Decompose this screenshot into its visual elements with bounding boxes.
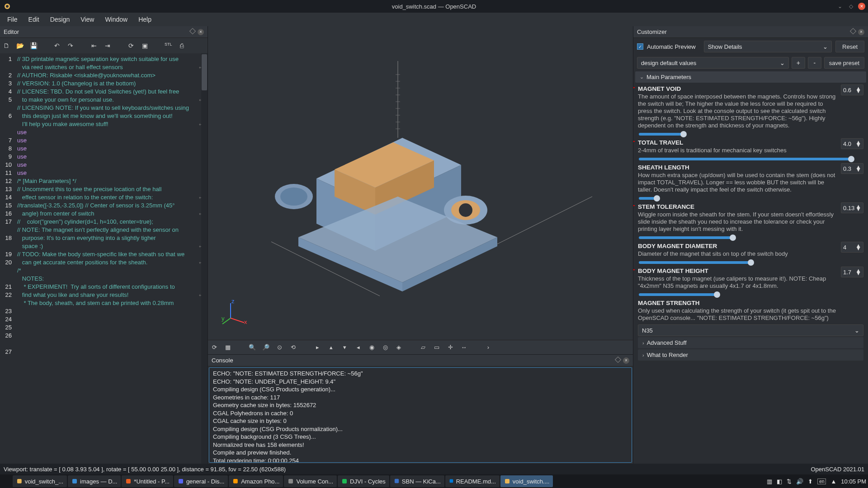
param-slider[interactable]: [639, 261, 863, 264]
taskbar-item[interactable]: void_switch....: [500, 475, 553, 487]
axes-icon[interactable]: ✛: [447, 344, 454, 351]
param-slider[interactable]: [639, 293, 863, 296]
taskbar-item[interactable]: DJVI - Cycles: [338, 475, 389, 487]
expand-tray-icon[interactable]: ▲: [830, 478, 836, 485]
new-icon[interactable]: 🗋: [3, 42, 10, 49]
render-icon[interactable]: ▦: [224, 344, 231, 351]
zoom-reset-icon[interactable]: ⊙: [276, 344, 283, 351]
param-slider[interactable]: [639, 197, 863, 200]
minimize-icon[interactable]: ⌄: [836, 3, 844, 10]
section-main-parameters[interactable]: ⌄ Main Parameters: [635, 71, 866, 83]
param-slider[interactable]: [639, 158, 863, 160]
maximize-icon[interactable]: ◇: [847, 3, 854, 10]
save-preset-button[interactable]: save preset: [824, 57, 864, 69]
menu-help[interactable]: Help: [134, 14, 156, 25]
viewport-toolbar: ⟳▦🔍🔎⊙⟲▸▴▾◂◉◎◈▱▭✛↔›: [208, 340, 633, 354]
taskbar-item[interactable]: images — D...: [68, 475, 121, 487]
taskbar-item[interactable]: README.md...: [445, 475, 500, 487]
keyboard-layout[interactable]: en: [817, 479, 826, 484]
zoom-out-icon[interactable]: 🔎: [262, 344, 269, 351]
param-spinner[interactable]: 0.3▲▼: [841, 163, 863, 174]
open-icon[interactable]: 📂: [16, 42, 24, 49]
taskbar-item[interactable]: Amazon Pho...: [229, 475, 283, 487]
param-spinner[interactable]: 4.0▲▼: [841, 138, 863, 149]
left-icon[interactable]: ◂: [354, 344, 362, 351]
save-icon[interactable]: 💾: [30, 42, 37, 49]
redo-icon[interactable]: ↷: [67, 42, 74, 49]
close-panel-icon[interactable]: ×: [198, 29, 204, 35]
scale-icon[interactable]: ↔: [460, 344, 467, 351]
section-what-to-render[interactable]: ›What to Render: [638, 349, 863, 361]
preset-select[interactable]: design default values⌄: [637, 57, 789, 69]
remove-preset-button[interactable]: -: [808, 57, 821, 69]
menu-window[interactable]: Window: [100, 14, 132, 25]
network-icon[interactable]: ⇅: [787, 478, 792, 485]
svg-line-30: [231, 318, 244, 323]
auto-preview-checkbox[interactable]: ✓: [637, 43, 643, 50]
param-spinner[interactable]: 0.6▲▼: [841, 84, 863, 95]
tray-icon[interactable]: ◧: [777, 478, 782, 485]
code-area[interactable]: // 3D printable magnetic separation key …: [14, 53, 208, 464]
indent-icon[interactable]: ⇥: [104, 42, 111, 49]
undo-icon[interactable]: ↶: [53, 42, 61, 49]
taskbar-item[interactable]: Volume Con...: [284, 475, 337, 487]
close-icon[interactable]: ×: [858, 3, 865, 10]
editor-scrollbar[interactable]: [201, 53, 208, 464]
viewport-3d[interactable]: z x y: [208, 26, 633, 340]
preview-icon[interactable]: ⟳: [127, 42, 135, 49]
param-select[interactable]: N35⌄: [638, 324, 863, 336]
close-panel-icon[interactable]: ×: [623, 357, 629, 364]
unindent-icon[interactable]: ⇤: [90, 42, 98, 49]
add-preset-button[interactable]: +: [792, 57, 805, 69]
front-icon[interactable]: ◉: [368, 344, 375, 351]
svg-point-1: [6, 5, 9, 8]
menu-design[interactable]: Design: [46, 14, 75, 25]
rotate-icon[interactable]: ⟲: [289, 344, 297, 351]
clock[interactable]: 10:05 PM: [841, 478, 866, 485]
persp-icon[interactable]: ▱: [420, 344, 427, 351]
param-spinner[interactable]: 0.13▲▼: [841, 202, 863, 213]
diag-icon[interactable]: ◈: [395, 344, 402, 351]
close-panel-icon[interactable]: ×: [858, 29, 864, 35]
param-magnet_strength: MAGNET STRENGTHOnly used when calculatin…: [636, 297, 865, 336]
popout-icon[interactable]: [850, 28, 856, 34]
render-icon[interactable]: ▣: [141, 42, 148, 49]
volume-icon[interactable]: 🔊: [796, 478, 803, 485]
menu-view[interactable]: View: [76, 14, 99, 25]
taskbar-item[interactable]: SBN — KiCa...: [390, 475, 444, 487]
tray-icon[interactable]: ⬆: [808, 478, 813, 485]
show-details-select[interactable]: Show Details⌄: [704, 41, 832, 52]
param-slider[interactable]: [639, 133, 863, 136]
preview-icon[interactable]: ⟳: [211, 344, 218, 351]
console-output[interactable]: ECHO: "NOTE: ESTIMATED STRENGTH/FORCE: ~…: [209, 367, 632, 463]
tray-icon[interactable]: ▥: [767, 478, 772, 485]
param-spinner[interactable]: 4▲▼: [841, 242, 863, 253]
3dprint-icon[interactable]: ⎙: [178, 42, 185, 49]
back-icon[interactable]: ◎: [382, 344, 389, 351]
svg-rect-35: [72, 479, 77, 483]
taskbar-item[interactable]: void_switch_...: [13, 475, 67, 487]
reset-button[interactable]: Reset: [835, 41, 864, 52]
scroll-thumb[interactable]: [202, 54, 207, 90]
top-icon[interactable]: ▴: [327, 344, 335, 351]
param-sheath_length: SHEATH LENGTHHow much extra space (up/do…: [636, 161, 865, 200]
popout-icon[interactable]: [615, 356, 621, 362]
popout-icon[interactable]: [189, 28, 196, 34]
app-icon: [178, 478, 184, 484]
editor-body[interactable]: 1234567891011121314151617181920212223242…: [0, 53, 208, 464]
line-gutter: 1234567891011121314151617181920212223242…: [0, 53, 14, 464]
right-icon[interactable]: ▸: [314, 344, 321, 351]
bottom-icon[interactable]: ▾: [341, 344, 348, 351]
more-icon[interactable]: ›: [485, 344, 492, 351]
zoom-in-icon[interactable]: 🔍: [249, 344, 256, 351]
taskbar-item[interactable]: general - Dis...: [174, 475, 228, 487]
menu-edit[interactable]: Edit: [24, 14, 44, 25]
system-tray: ▥ ◧ ⇅ 🔊 ⬆ en ▲ 10:05 PM: [767, 478, 866, 485]
menu-file[interactable]: File: [3, 14, 22, 25]
export-icon[interactable]: STL: [165, 42, 172, 49]
param-spinner[interactable]: 1.7▲▼: [841, 267, 863, 277]
section-advanced-stuff[interactable]: ›Advanced Stuff: [638, 337, 863, 348]
taskbar-item[interactable]: *Untitled - P...: [122, 475, 173, 487]
ortho-icon[interactable]: ▭: [433, 344, 440, 351]
param-slider[interactable]: [639, 236, 863, 239]
